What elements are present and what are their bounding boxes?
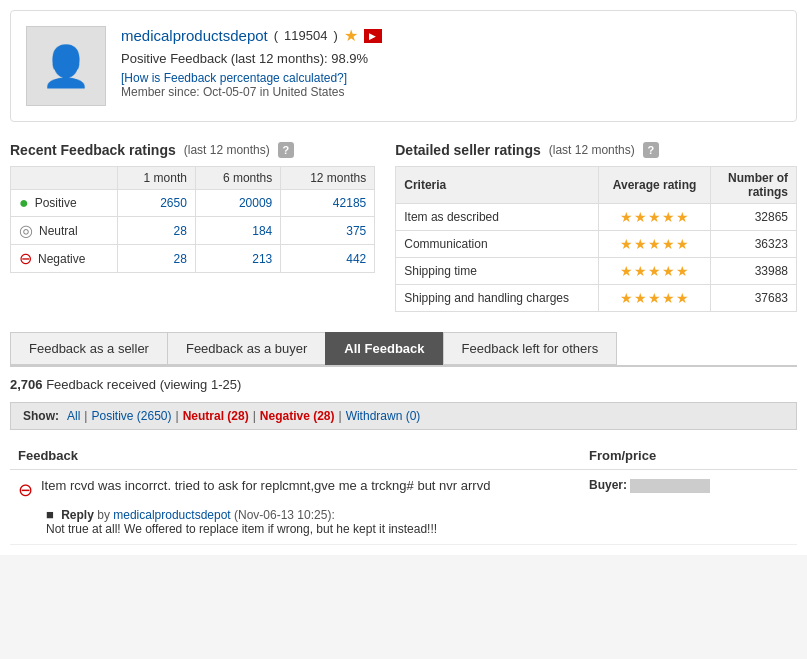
ratings-section: Recent Feedback ratings (last 12 months)… [10, 142, 797, 312]
rf-type-cell: ● Positive [11, 190, 118, 217]
ds-count: 32865 [711, 204, 797, 231]
username-row: medicalproductsdepot ( 119504 ) ★ ▶ [121, 26, 781, 45]
neg-dot-icon: ⊖ [19, 249, 32, 268]
rf-col-1month: 1 month [118, 167, 196, 190]
rf-type-label: Negative [38, 252, 85, 266]
filter-link[interactable]: Neutral (28) [183, 409, 249, 423]
feedback-item-row: ⊖ Item rcvd was incorrct. tried to ask f… [18, 478, 789, 501]
feedback-total-count: 2,706 [10, 377, 43, 392]
table-row: Shipping time ★★★★★ 33988 [396, 258, 797, 285]
rf-v2: 184 [195, 217, 280, 245]
recent-feedback-help[interactable]: ? [278, 142, 294, 158]
filter-separator: | [253, 409, 256, 423]
show-filter: Show:All | Positive (2650) | Neutral (28… [10, 402, 797, 430]
feedback-list-header: Feedback From/price [10, 442, 797, 470]
reply-text: Not true at all! We offered to replace i… [46, 522, 437, 536]
stars-icon: ★★★★★ [620, 236, 690, 252]
reply-by: by [97, 508, 113, 522]
filter-link[interactable]: All [67, 409, 80, 423]
reply-label: Reply [61, 508, 94, 522]
table-row: Shipping and handling charges ★★★★★ 3768… [396, 285, 797, 312]
table-row: Item as described ★★★★★ 32865 [396, 204, 797, 231]
recent-feedback-table: 1 month 6 months 12 months ● Positive 26… [10, 166, 375, 273]
table-row: ● Positive 2650 20009 42185 [11, 190, 375, 217]
positive-pct: Positive Feedback (last 12 months): 98.9… [121, 51, 781, 66]
list-item: ⊖ Item rcvd was incorrct. tried to ask f… [10, 470, 797, 545]
feedback-tabs: Feedback as a sellerFeedback as a buyerA… [10, 332, 797, 367]
rf-type-cell: ⊖ Negative [11, 245, 118, 273]
feedback-items: ⊖ Item rcvd was incorrct. tried to ask f… [10, 470, 797, 545]
rf-type-label: Neutral [39, 224, 78, 238]
reply-bullet-icon: ■ [46, 507, 54, 522]
flag-icon: ▶ [364, 29, 382, 43]
filter-link[interactable]: Positive (2650) [91, 409, 171, 423]
ds-col-criteria: Criteria [396, 167, 599, 204]
recent-feedback-subtitle: (last 12 months) [184, 143, 270, 157]
tab-feedback-as-a-seller[interactable]: Feedback as a seller [10, 332, 168, 365]
profile-card: 👤 medicalproductsdepot ( 119504 ) ★ ▶ Po… [10, 10, 797, 122]
detailed-seller-header: Detailed seller ratings (last 12 months)… [395, 142, 797, 158]
filter-separator: | [339, 409, 342, 423]
ds-criteria: Communication [396, 231, 599, 258]
rf-v1: 28 [118, 217, 196, 245]
from-col: Buyer: [589, 478, 789, 493]
tab-feedback-left-for-others[interactable]: Feedback left for others [443, 332, 618, 365]
feedback-received-label: Feedback received [46, 377, 156, 392]
star-icon: ★ [344, 26, 358, 45]
feedback-count-bar: 2,706 Feedback received (viewing 1-25) [10, 377, 797, 392]
recent-feedback-header: Recent Feedback ratings (last 12 months)… [10, 142, 375, 158]
feedback-range-text: (viewing 1-25) [160, 377, 242, 392]
table-row: Communication ★★★★★ 36323 [396, 231, 797, 258]
buyer-bar [630, 479, 710, 493]
neu-dot-icon: ◎ [19, 221, 33, 240]
recent-feedback-panel: Recent Feedback ratings (last 12 months)… [10, 142, 375, 312]
rf-type-label: Positive [35, 196, 77, 210]
feedback-pct-link[interactable]: [How is Feedback percentage calculated?] [121, 71, 347, 85]
ds-table-header: Criteria Average rating Number ofratings [396, 167, 797, 204]
profile-info: medicalproductsdepot ( 119504 ) ★ ▶ Posi… [121, 26, 781, 99]
profile-feedback-count: 119504 [284, 28, 327, 43]
rf-v1: 2650 [118, 190, 196, 217]
avatar-icon: 👤 [41, 43, 91, 90]
ds-col-num-ratings: Number ofratings [711, 167, 797, 204]
stars-icon: ★★★★★ [620, 290, 690, 306]
ds-criteria: Item as described [396, 204, 599, 231]
rf-v2: 213 [195, 245, 280, 273]
col-from-label: From/price [589, 448, 789, 463]
filter-link[interactable]: Withdrawn (0) [346, 409, 421, 423]
table-row: ◎ Neutral 28 184 375 [11, 217, 375, 245]
ds-count: 37683 [711, 285, 797, 312]
tab-feedback-as-a-buyer[interactable]: Feedback as a buyer [167, 332, 326, 365]
rf-v3: 42185 [281, 190, 375, 217]
show-filter-label: Show: [23, 409, 59, 423]
tab-all-feedback[interactable]: All Feedback [325, 332, 443, 365]
recent-feedback-title: Recent Feedback ratings [10, 142, 176, 158]
detailed-seller-help[interactable]: ? [643, 142, 659, 158]
rf-v3: 375 [281, 217, 375, 245]
reply-author-link[interactable]: medicalproductsdepot [113, 508, 230, 522]
feedback-count-parens: ( [274, 28, 278, 43]
ds-stars: ★★★★★ [598, 285, 710, 312]
rf-table-header: 1 month 6 months 12 months [11, 167, 375, 190]
avatar: 👤 [26, 26, 106, 106]
filter-separator: | [176, 409, 179, 423]
member-since: Member since: Oct-05-07 in United States [121, 85, 781, 99]
ds-count: 36323 [711, 231, 797, 258]
table-row: ⊖ Negative 28 213 442 [11, 245, 375, 273]
pos-dot-icon: ● [19, 194, 29, 212]
detailed-seller-panel: Detailed seller ratings (last 12 months)… [395, 142, 797, 312]
feedback-count-close: ) [334, 28, 338, 43]
ds-stars: ★★★★★ [598, 231, 710, 258]
buyer-label: Buyer: [589, 478, 627, 492]
rf-v2: 20009 [195, 190, 280, 217]
ds-criteria: Shipping and handling charges [396, 285, 599, 312]
ds-col-avg-rating: Average rating [598, 167, 710, 204]
rf-v3: 442 [281, 245, 375, 273]
ds-count: 33988 [711, 258, 797, 285]
username-link[interactable]: medicalproductsdepot [121, 27, 268, 44]
rf-v1: 28 [118, 245, 196, 273]
rf-col-6months: 6 months [195, 167, 280, 190]
filter-link[interactable]: Negative (28) [260, 409, 335, 423]
col-feedback-label: Feedback [18, 448, 589, 463]
stars-icon: ★★★★★ [620, 263, 690, 279]
